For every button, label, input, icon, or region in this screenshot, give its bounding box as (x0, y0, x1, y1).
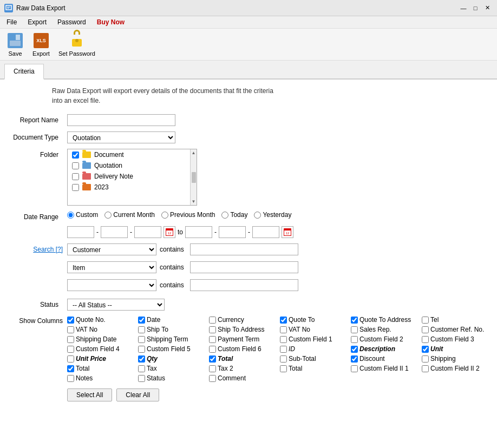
maximize-button[interactable]: □ (470, 3, 481, 14)
search-row-2: Item Customer Quote No. contains (67, 261, 298, 273)
col-notes[interactable]: Notes (67, 374, 134, 382)
search-field-3[interactable]: Customer Item (67, 279, 156, 291)
show-columns-section: Show Columns Quote No. Date Currency Quo… (9, 316, 488, 382)
date-from-year[interactable] (134, 226, 161, 238)
export-icon: XLS (32, 32, 50, 49)
menu-export[interactable]: Export (23, 17, 51, 27)
save-button[interactable]: Save (4, 31, 26, 58)
radio-current-month[interactable]: Current Month (104, 211, 155, 219)
col-vat-no-2[interactable]: VAT No (280, 326, 346, 333)
select-all-button[interactable]: Select All (67, 388, 112, 401)
folder-list: Document Quotation Delivery Note 2023 (67, 149, 197, 206)
minimize-button[interactable]: — (458, 3, 469, 14)
col-tax[interactable]: Tax (138, 365, 205, 372)
col-id[interactable]: ID (280, 345, 346, 353)
search-label: Search [?] (9, 243, 67, 253)
radio-today[interactable]: Today (221, 211, 247, 219)
col-customer-ref[interactable]: Customer Ref. No. (422, 326, 488, 333)
folder-row: Folder Document Quotation Delivery Note (9, 149, 488, 206)
menu-bar: File Export Password Buy Now (0, 16, 497, 29)
search-help-link[interactable]: [?] (56, 246, 63, 253)
search-value-2[interactable] (190, 261, 298, 273)
col-sales-rep[interactable]: Sales Rep. (351, 326, 417, 333)
col-shipping[interactable]: Shipping (422, 355, 488, 363)
col-total-bold[interactable]: Total (209, 355, 276, 363)
col-discount[interactable]: Discount (351, 355, 417, 363)
report-name-input[interactable] (67, 114, 175, 126)
col-custom-field-5[interactable]: Custom Field 5 (138, 345, 205, 353)
col-date[interactable]: Date (138, 316, 205, 324)
calendar-from-button[interactable]: 12 (164, 226, 175, 238)
date-from-month[interactable] (101, 226, 128, 238)
calendar-to-button[interactable]: 12 (282, 226, 293, 238)
folder-check-document[interactable] (72, 151, 79, 159)
col-custom-field-3[interactable]: Custom Field 3 (422, 335, 488, 343)
radio-previous-month[interactable]: Previous Month (161, 211, 215, 219)
folder-scrollbar[interactable]: ▲ ▼ (190, 149, 197, 205)
status-select[interactable]: -- All Status -- Open Closed Cancelled (67, 299, 165, 311)
col-custom-field-ii-2[interactable]: Custom Field II 2 (422, 365, 488, 372)
date-from-day[interactable] (67, 226, 94, 238)
search-value-1[interactable] (190, 243, 298, 255)
col-description[interactable]: Description (351, 345, 417, 353)
radio-custom[interactable]: Custom (67, 211, 98, 219)
col-total-2[interactable]: Total (280, 365, 346, 372)
set-password-button[interactable]: Set Password (56, 31, 97, 58)
menu-file[interactable]: File (2, 17, 21, 27)
col-custom-field-6[interactable]: Custom Field 6 (209, 345, 276, 353)
clear-all-button[interactable]: Clear All (116, 388, 159, 401)
col-quote-to-address[interactable]: Quote To Address (351, 316, 417, 324)
col-comment[interactable]: Comment (209, 374, 276, 382)
col-quote-no[interactable]: Quote No. (67, 316, 134, 324)
col-sub-total[interactable]: Sub-Total (280, 355, 346, 363)
col-custom-field-1[interactable]: Custom Field 1 (280, 335, 346, 343)
folder-check-2023[interactable] (72, 184, 79, 191)
content-area: Raw Data Export will export every detail… (0, 80, 497, 448)
menu-buynow[interactable]: Buy Now (93, 17, 129, 27)
search-value-3[interactable] (190, 279, 298, 291)
menu-password[interactable]: Password (53, 17, 90, 27)
export-button[interactable]: XLS Export (30, 31, 52, 58)
lock-icon (68, 32, 86, 49)
search-row-1: Customer Item Quote No. Date contains (67, 243, 298, 255)
date-range-row: Date Range Custom Current Month Previous… (9, 211, 488, 221)
col-unit[interactable]: Unit (422, 345, 488, 353)
col-shipping-term[interactable]: Shipping Term (138, 335, 205, 343)
title-bar: Raw Data Export — □ ✕ (0, 0, 497, 16)
folder-check-quotation[interactable] (72, 162, 79, 169)
folder-items: Document Quotation Delivery Note 2023 (68, 149, 190, 205)
col-total[interactable]: Total (67, 365, 134, 372)
radio-yesterday[interactable]: Yesterday (254, 211, 291, 219)
col-quote-to[interactable]: Quote To (280, 316, 346, 324)
col-status[interactable]: Status (138, 374, 205, 382)
document-type-select[interactable]: Quotation Invoice Delivery Note Purchase… (67, 131, 175, 143)
document-type-row: Document Type Quotation Invoice Delivery… (9, 131, 488, 143)
col-tax-2[interactable]: Tax 2 (209, 365, 276, 372)
col-vat-no[interactable]: VAT No (67, 326, 134, 333)
col-unit-price[interactable]: Unit Price (67, 355, 134, 363)
calendar-from-icon: 12 (166, 228, 173, 236)
report-name-row: Report Name (9, 114, 488, 126)
col-qty[interactable]: Qty (138, 355, 205, 363)
col-currency[interactable]: Currency (209, 316, 276, 324)
col-custom-field-2[interactable]: Custom Field 2 (351, 335, 417, 343)
tab-criteria[interactable]: Criteria (4, 64, 44, 80)
col-custom-field-4[interactable]: Custom Field 4 (67, 345, 134, 353)
search-field-2[interactable]: Item Customer Quote No. (67, 261, 156, 273)
search-field-1[interactable]: Customer Item Quote No. Date (67, 243, 156, 255)
date-to-day[interactable] (185, 226, 212, 238)
col-ship-to-address[interactable]: Ship To Address (209, 326, 276, 333)
col-ship-to[interactable]: Ship To (138, 326, 205, 333)
col-tel[interactable]: Tel (422, 316, 488, 324)
date-to-year[interactable] (252, 226, 279, 238)
app-title: Raw Data Export (16, 4, 66, 12)
columns-grid: Quote No. Date Currency Quote To Quote T… (67, 316, 488, 382)
col-shipping-date[interactable]: Shipping Date (67, 335, 134, 343)
search-inputs: Customer Item Quote No. Date contains It… (67, 243, 298, 294)
col-custom-field-ii-1[interactable]: Custom Field II 1 (351, 365, 417, 372)
date-to-month[interactable] (219, 226, 246, 238)
col-payment-term[interactable]: Payment Term (209, 335, 276, 343)
folder-check-delivery[interactable] (72, 173, 79, 180)
folder-icon-quotation (82, 162, 91, 169)
close-button[interactable]: ✕ (482, 3, 493, 14)
